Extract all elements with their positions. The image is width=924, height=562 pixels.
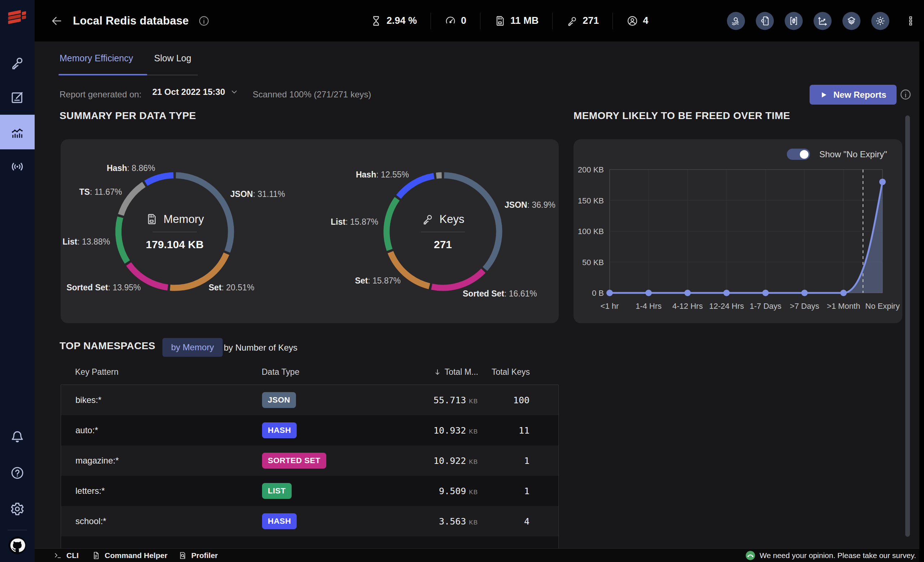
profiler-icon [178,551,187,560]
total-memory-cell: 10.922KB [434,456,478,466]
gauge-icon [445,15,456,27]
report-generated-label: Report generated on: [60,90,141,100]
key-pattern: magazine:* [75,456,119,466]
window-edge [919,42,924,562]
timeseries-module-button[interactable] [813,12,832,30]
command-helper-button[interactable]: Command Helper [92,549,168,562]
donut-label-json: JSON: 36.9% [505,200,555,210]
data-type-badge: HASH [262,513,297,529]
data-point-4-12-Hrs [684,290,691,296]
total-memory-cell: 10.932KB [434,425,478,436]
freed-heading: MEMORY LIKELY TO BE FREED OVER TIME [573,110,790,121]
column-header-total-m-[interactable]: Total M... [433,367,478,377]
table-row-letters: letters:*LIST9.509KB1 [61,476,558,506]
memory-card-icon [494,15,506,27]
tab-memory-efficiency[interactable]: Memory Efficiency [60,53,133,63]
stat-value: 2.94 % [387,15,417,26]
settings-button[interactable] [0,491,34,527]
profiler-button[interactable]: Profiler [178,549,218,562]
donut-label-set: Set: 20.51% [208,283,255,293]
gears-module-button[interactable] [871,12,890,30]
bloom-module-button[interactable] [784,12,803,30]
active-tab-underline [58,74,147,75]
total-memory-cell: 3.563KB [439,516,478,527]
memory-freed-card: Show "No Expiry" 0 B50 KB100 KB150 KB200… [573,139,902,323]
y-axis-tick-label: 150 KB [578,196,604,205]
data-point-No-Expiry [879,179,886,185]
sidebar-item-analytics[interactable] [0,115,34,149]
stat-value: 0 [461,15,466,26]
redis-logo [6,6,28,27]
key-icon [422,213,434,226]
survey-link[interactable]: We need your opinion. Please take our su… [746,549,916,562]
github-button[interactable] [7,535,27,556]
column-header-total-keys[interactable]: Total Keys [492,367,530,377]
namespaces-table-header: Key PatternData TypeTotal M...Total Keys [61,363,559,381]
key-pattern: school:* [75,516,106,526]
sort-down-icon [433,368,442,376]
filter-by-memory-button[interactable]: by Memory [162,338,223,357]
key-pattern: bikes:* [75,395,101,405]
table-row-magazine: magazine:*SORTED SET10.922KB1 [61,445,558,476]
sidebar-item-pubsub[interactable] [0,149,34,184]
memory-card-icon [146,213,158,226]
column-header-key-pattern: Key Pattern [75,367,118,377]
donut-label-list: List: 13.88% [63,237,110,247]
x-axis-tick-label: 1-7 Days [750,302,782,311]
graph-module-button[interactable] [842,12,861,30]
search-module-icon [730,15,741,26]
y-axis-tick-label: 0 B [592,288,604,297]
bell-icon [10,429,25,444]
sidebar-item-browser[interactable] [0,45,34,80]
db-stat-key: 271 [553,15,612,27]
x-axis-tick-label: <1 hr [601,302,619,311]
data-type-badge: LIST [262,483,292,499]
column-header-data-type: Data Type [262,367,299,377]
key-pattern: letters:* [75,486,105,496]
donut-label-ts: TS: 11.67% [80,187,122,197]
memory-donut-title: Memory [164,213,204,226]
profiler-label: Profiler [191,551,218,560]
tab-slow-log[interactable]: Slow Log [154,53,191,63]
user-icon [627,15,638,27]
sidebar-item-workbench[interactable] [0,80,34,115]
help-button[interactable] [0,455,34,491]
scrollbar[interactable] [905,115,910,537]
stat-value: 11 MB [510,15,538,26]
report-info-icon[interactable] [900,88,912,101]
table-row-partial [61,537,558,549]
divider [421,232,465,232]
data-type-badge: SORTED SET [262,453,326,469]
filter-by-keys-button[interactable]: by Number of Keys [224,343,297,353]
data-point->7-Days [801,290,808,296]
data-point-<1-hr [606,290,613,296]
summary-heading: SUMMARY PER DATA TYPE [60,110,196,121]
memory-freed-chart: 0 B50 KB100 KB150 KB200 KB<1 hr1-4 Hrs4-… [573,139,902,323]
freed-line [610,182,882,293]
module-buttons [727,0,890,42]
new-reports-button[interactable]: New Reports [810,85,897,105]
report-date-select[interactable]: 21 Oct 2022 15:30 [152,87,238,97]
back-button[interactable] [51,15,63,27]
json-module-button[interactable] [756,12,774,30]
database-info-icon[interactable] [198,15,210,27]
total-keys-cell: 4 [524,516,530,527]
database-stats: 2.94 %011 MB2714 [370,0,662,42]
x-axis-tick-label: >7 Days [790,302,819,311]
analysis-page: Memory Efficiency Slow Log Report genera… [34,42,924,549]
donut-segment-sorted-set [432,271,483,288]
stat-value: 271 [582,15,599,26]
notifications-button[interactable] [0,419,34,455]
scanned-status: Scanned 100% (271/271 keys) [253,90,371,100]
data-type-badge: JSON [262,392,296,408]
cli-label: CLI [66,551,79,560]
key-pattern: auto:* [75,425,98,435]
donut-segment-ts [436,175,442,176]
sidebar-bottom [0,419,34,562]
key-icon [566,15,578,27]
graph-module-icon [846,15,857,26]
search-module-button[interactable] [727,12,745,30]
cli-button[interactable]: CLI [53,549,79,562]
x-axis-tick-label: No Expiry [865,302,900,311]
overflow-menu-button[interactable] [905,15,916,27]
